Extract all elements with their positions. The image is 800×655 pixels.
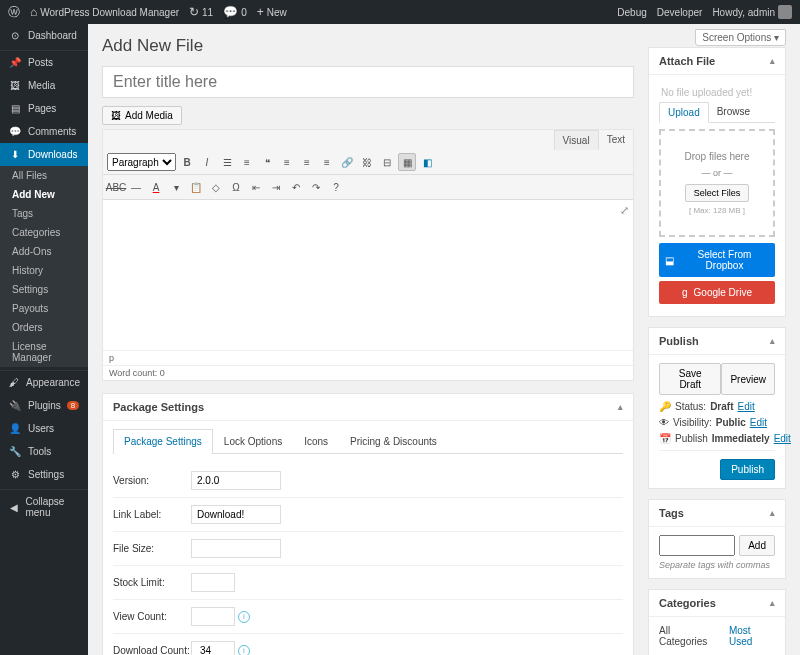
tags-input[interactable] bbox=[659, 535, 735, 556]
info-icon[interactable]: i bbox=[238, 645, 250, 656]
tab-icons[interactable]: Icons bbox=[293, 429, 339, 453]
menu-appearance[interactable]: 🖌Appearance bbox=[0, 371, 88, 394]
package-settings-header[interactable]: Package Settings▴ bbox=[103, 394, 633, 421]
format-select[interactable]: Paragraph bbox=[107, 153, 176, 171]
edit-schedule-link[interactable]: Edit bbox=[774, 433, 791, 444]
paste-text-button[interactable]: 📋 bbox=[187, 178, 205, 196]
admin-toolbar: ⓦ ⌂WordPress Download Manager ↻11 💬0 +Ne… bbox=[0, 0, 800, 24]
sub-categories[interactable]: Categories bbox=[0, 223, 88, 242]
unlink-button[interactable]: ⛓ bbox=[358, 153, 376, 171]
tab-browse[interactable]: Browse bbox=[709, 102, 758, 122]
undo-button[interactable]: ↶ bbox=[287, 178, 305, 196]
title-input[interactable] bbox=[102, 66, 634, 98]
menu-users[interactable]: 👤Users bbox=[0, 417, 88, 440]
version-input[interactable] bbox=[191, 471, 281, 490]
tab-text[interactable]: Text bbox=[599, 130, 633, 150]
tags-header[interactable]: Tags▴ bbox=[649, 500, 785, 527]
redo-button[interactable]: ↷ bbox=[307, 178, 325, 196]
account-link[interactable]: Howdy, admin bbox=[712, 5, 792, 19]
select-files-button[interactable]: Select Files bbox=[685, 184, 750, 202]
sub-tags[interactable]: Tags bbox=[0, 204, 88, 223]
editor-body[interactable]: ⤢ bbox=[103, 200, 633, 350]
download-count-input[interactable] bbox=[191, 641, 235, 655]
indent-button[interactable]: ⇥ bbox=[267, 178, 285, 196]
stock-input[interactable] bbox=[191, 573, 235, 592]
info-icon[interactable]: i bbox=[238, 611, 250, 623]
menu-posts[interactable]: 📌Posts bbox=[0, 51, 88, 74]
expand-icon[interactable]: ⤢ bbox=[620, 204, 629, 217]
menu-tools[interactable]: 🔧Tools bbox=[0, 440, 88, 463]
sub-addons[interactable]: Add-Ons bbox=[0, 242, 88, 261]
outdent-button[interactable]: ⇤ bbox=[247, 178, 265, 196]
menu-settings[interactable]: ⚙Settings bbox=[0, 463, 88, 486]
preview-button[interactable]: Preview bbox=[721, 363, 775, 395]
sub-add-new[interactable]: Add New bbox=[0, 185, 88, 204]
toolbar-toggle-button[interactable]: ▦ bbox=[398, 153, 416, 171]
strike-button[interactable]: ABC bbox=[107, 178, 125, 196]
menu-downloads[interactable]: ⬇Downloads bbox=[0, 143, 88, 166]
updates-link[interactable]: ↻11 bbox=[189, 5, 213, 19]
tab-all-categories[interactable]: All Categories bbox=[659, 625, 719, 647]
add-media-button[interactable]: 🖼Add Media bbox=[102, 106, 182, 125]
sub-payouts[interactable]: Payouts bbox=[0, 299, 88, 318]
more-button[interactable]: ⊟ bbox=[378, 153, 396, 171]
align-left-button[interactable]: ≡ bbox=[278, 153, 296, 171]
menu-media[interactable]: 🖼Media bbox=[0, 74, 88, 97]
wp-logo[interactable]: ⓦ bbox=[8, 4, 20, 21]
bold-button[interactable]: B bbox=[178, 153, 196, 171]
menu-plugins[interactable]: 🔌Plugins 8 bbox=[0, 394, 88, 417]
tab-lock-options[interactable]: Lock Options bbox=[213, 429, 293, 453]
publish-button[interactable]: Publish bbox=[720, 459, 775, 480]
edit-visibility-link[interactable]: Edit bbox=[750, 417, 767, 428]
sub-orders[interactable]: Orders bbox=[0, 318, 88, 337]
quote-button[interactable]: ❝ bbox=[258, 153, 276, 171]
save-draft-button[interactable]: Save Draft bbox=[659, 363, 721, 395]
screen-options-button[interactable]: Screen Options ▾ bbox=[695, 29, 786, 46]
publish-header[interactable]: Publish▴ bbox=[649, 328, 785, 355]
menu-dashboard[interactable]: ⊙Dashboard bbox=[0, 24, 88, 47]
sub-history[interactable]: History bbox=[0, 261, 88, 280]
debug-link[interactable]: Debug bbox=[617, 7, 646, 18]
text-color-dropdown[interactable]: ▾ bbox=[167, 178, 185, 196]
view-count-input[interactable] bbox=[191, 607, 235, 626]
align-center-button[interactable]: ≡ bbox=[298, 153, 316, 171]
tab-visual[interactable]: Visual bbox=[554, 130, 599, 150]
collapse-menu[interactable]: ◀Collapse menu bbox=[0, 490, 88, 524]
new-content-link[interactable]: +New bbox=[257, 5, 287, 19]
tab-most-used[interactable]: Most Used bbox=[729, 625, 775, 647]
text-color-button[interactable]: A bbox=[147, 178, 165, 196]
italic-button[interactable]: I bbox=[198, 153, 216, 171]
edit-status-link[interactable]: Edit bbox=[737, 401, 754, 412]
add-tag-button[interactable]: Add bbox=[739, 535, 775, 556]
package-tabs: Package Settings Lock Options Icons Pric… bbox=[113, 429, 623, 454]
link-button[interactable]: 🔗 bbox=[338, 153, 356, 171]
tab-package-settings[interactable]: Package Settings bbox=[113, 429, 213, 454]
attach-file-header[interactable]: Attach File▴ bbox=[649, 48, 785, 75]
dropzone[interactable]: Drop files here — or — Select Files [ Ma… bbox=[659, 129, 775, 237]
dropbox-button[interactable]: ⬓Select From Dropbox bbox=[659, 243, 775, 277]
align-right-button[interactable]: ≡ bbox=[318, 153, 336, 171]
categories-header[interactable]: Categories▴ bbox=[649, 590, 785, 617]
bullet-list-button[interactable]: ☰ bbox=[218, 153, 236, 171]
special-char-button[interactable]: Ω bbox=[227, 178, 245, 196]
developer-link[interactable]: Developer bbox=[657, 7, 703, 18]
clear-format-button[interactable]: ◇ bbox=[207, 178, 225, 196]
menu-comments[interactable]: 💬Comments bbox=[0, 120, 88, 143]
hr-button[interactable]: — bbox=[127, 178, 145, 196]
settings-icon: ⚙ bbox=[8, 469, 22, 480]
google-drive-button[interactable]: gGoogle Drive bbox=[659, 281, 775, 304]
site-name-link[interactable]: ⌂WordPress Download Manager bbox=[30, 5, 179, 19]
tab-upload[interactable]: Upload bbox=[659, 102, 709, 123]
file-size-input[interactable] bbox=[191, 539, 281, 558]
menu-pages[interactable]: ▤Pages bbox=[0, 97, 88, 120]
link-label-input[interactable] bbox=[191, 505, 281, 524]
sub-settings[interactable]: Settings bbox=[0, 280, 88, 299]
sub-license-manager[interactable]: License Manager bbox=[0, 337, 88, 367]
number-list-button[interactable]: ≡ bbox=[238, 153, 256, 171]
sub-all-files[interactable]: All Files bbox=[0, 166, 88, 185]
drop-text: Drop files here bbox=[667, 151, 767, 162]
help-button[interactable]: ? bbox=[327, 178, 345, 196]
comments-link[interactable]: 💬0 bbox=[223, 5, 247, 19]
distraction-free-button[interactable]: ◧ bbox=[418, 153, 436, 171]
tab-pricing[interactable]: Pricing & Discounts bbox=[339, 429, 448, 453]
